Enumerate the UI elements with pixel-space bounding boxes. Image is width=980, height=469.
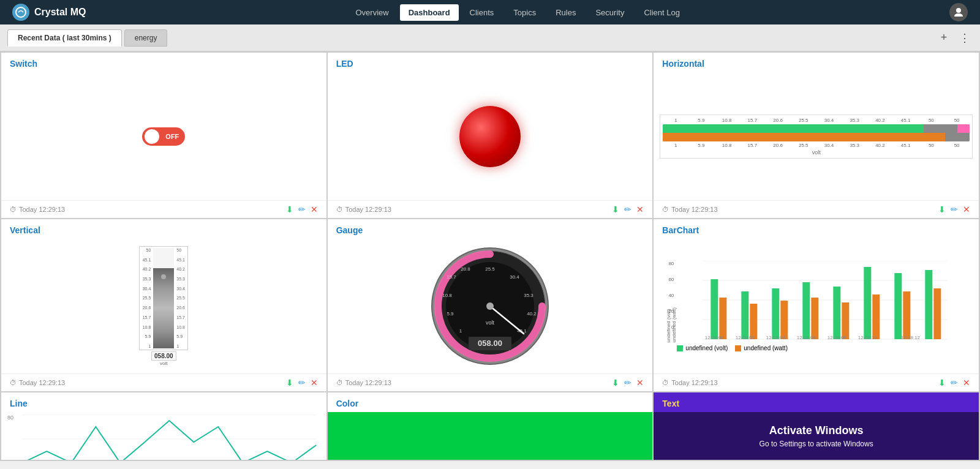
- v-bar-marker: [161, 274, 166, 279]
- download-icon[interactable]: ⬇: [938, 204, 946, 214]
- download-icon[interactable]: ⬇: [612, 378, 619, 388]
- svg-rect-36: [842, 302, 850, 339]
- nav-overview[interactable]: Overview: [347, 4, 398, 21]
- vertical-title: Vertical: [1, 219, 326, 239]
- gauge-body: 25.5 30.4 35.3 40.2 45.1 20.8 15.7 10.8 …: [328, 239, 653, 373]
- clock-icon: ⏱: [336, 379, 343, 386]
- led-footer: ⏱ Today 12:29:13 ⬇ ✏ ✕: [328, 200, 653, 218]
- download-icon[interactable]: ⬇: [286, 378, 293, 388]
- download-icon[interactable]: ⬇: [938, 378, 946, 388]
- svg-text:40.2: 40.2: [527, 311, 537, 317]
- delete-icon[interactable]: ✕: [963, 204, 970, 214]
- led-body: [328, 72, 653, 200]
- delete-icon[interactable]: ✕: [311, 204, 318, 214]
- barchart-timestamp: ⏱ Today 12:29:13: [662, 379, 717, 386]
- horizontal-timestamp: ⏱ Today 12:29:13: [662, 206, 717, 213]
- nav-dashboard[interactable]: Dashboard: [400, 4, 459, 21]
- h-bar-green: [663, 124, 924, 133]
- legend-watt-color: [735, 345, 741, 351]
- edit-icon[interactable]: ✏: [624, 378, 631, 388]
- header: Crystal MQ Overview Dashboard Clients To…: [0, 0, 980, 24]
- gauge-actions: ⬇ ✏ ✕: [612, 378, 644, 388]
- bottom-row: Line 80 Color Text: [0, 392, 980, 461]
- legend-volt-label: undefined (volt): [685, 345, 728, 351]
- svg-text:12:28:08: 12:28:08: [827, 335, 847, 340]
- text-body: Activate Windows Go to Settings to activ…: [654, 412, 979, 460]
- edit-icon[interactable]: ✏: [624, 204, 631, 214]
- edit-icon[interactable]: ✏: [951, 378, 958, 388]
- led-title: LED: [328, 53, 653, 72]
- svg-rect-39: [895, 273, 902, 339]
- line-y-label: 80: [7, 415, 13, 421]
- nav-security[interactable]: Security: [587, 4, 633, 21]
- tab-recent-data[interactable]: Recent Data ( last 30mins ): [7, 29, 122, 47]
- svg-text:12:28:10: 12:28:10: [858, 335, 878, 340]
- more-options-button[interactable]: ⋮: [957, 30, 973, 46]
- h-bar-orange: [663, 133, 945, 141]
- svg-point-0: [16, 7, 26, 17]
- nav-clients[interactable]: Clients: [461, 4, 503, 21]
- barchart-svg: 12:28:00 12:28:02 12:28:04 12:28:06 12:2…: [676, 261, 974, 340]
- vertical-chart-wrap: 50 45.1 40.2 35.3 30.4 25.5 20.6 15.7 10…: [139, 246, 188, 366]
- tabbar-actions: + ⋮: [936, 30, 973, 46]
- svg-rect-37: [864, 267, 872, 339]
- v-bar-fill: [153, 268, 174, 348]
- svg-text:35.3: 35.3: [524, 293, 533, 298]
- download-icon[interactable]: ⬇: [612, 204, 619, 214]
- switch-timestamp: ⏱ Today 12:29:13: [10, 206, 65, 213]
- h-bar-pink: [957, 124, 970, 133]
- gauge-title: Gauge: [328, 219, 653, 239]
- delete-icon[interactable]: ✕: [636, 378, 644, 388]
- gauge-timestamp: ⏱ Today 12:29:13: [336, 379, 391, 386]
- svg-rect-30: [750, 304, 758, 339]
- tab-energy[interactable]: energy: [124, 29, 168, 47]
- gauge-widget: Gauge 25.5 30.4 35.3 40.2 45.1: [328, 219, 653, 391]
- svg-rect-34: [812, 298, 819, 339]
- overlay-sub: Go to Settings to activate Windows: [760, 440, 873, 448]
- toggle-switch[interactable]: OFF: [142, 127, 185, 146]
- tabbar: Recent Data ( last 30mins ) energy + ⋮: [0, 24, 980, 51]
- edit-icon[interactable]: ✏: [298, 378, 306, 388]
- svg-text:30.4: 30.4: [510, 274, 519, 280]
- svg-rect-29: [742, 291, 749, 339]
- horizontal-chart: 1 5.9 10.8 15.7 20.6 25.5 30.4 35.3 40.2…: [660, 114, 973, 159]
- download-icon[interactable]: ⬇: [286, 204, 293, 214]
- vertical-body: 50 45.1 40.2 35.3 30.4 25.5 20.6 15.7 10…: [1, 239, 326, 373]
- color-title: Color: [328, 392, 653, 412]
- nav-clientlog[interactable]: Client Log: [635, 4, 688, 21]
- svg-rect-33: [803, 282, 810, 339]
- barchart-legend: undefined (volt) undefined (watt): [658, 345, 788, 351]
- svg-text:20.8: 20.8: [461, 266, 470, 272]
- delete-icon[interactable]: ✕: [311, 378, 318, 388]
- add-widget-button[interactable]: +: [936, 30, 952, 46]
- svg-text:10.8: 10.8: [442, 293, 452, 298]
- line-title: Line: [1, 392, 326, 412]
- vertical-footer: ⏱ Today 12:29:13 ⬇ ✏ ✕: [1, 373, 326, 391]
- vertical-timestamp: ⏱ Today 12:29:13: [10, 379, 65, 386]
- horizontal-body: 1 5.9 10.8 15.7 20.6 25.5 30.4 35.3 40.2…: [654, 72, 979, 200]
- overlay-title: Activate Windows: [769, 424, 864, 437]
- svg-text:12:28:02: 12:28:02: [736, 335, 755, 340]
- svg-text:058.00: 058.00: [478, 339, 502, 348]
- svg-text:12:28:04: 12:28:04: [766, 335, 786, 340]
- vertical-actions: ⬇ ✏ ✕: [286, 378, 318, 388]
- toggle-label: OFF: [165, 133, 179, 140]
- nav-topics[interactable]: Topics: [505, 4, 545, 21]
- svg-rect-28: [720, 298, 727, 339]
- delete-icon[interactable]: ✕: [963, 378, 970, 388]
- edit-icon[interactable]: ✏: [951, 204, 958, 214]
- switch-title: Switch: [1, 53, 326, 72]
- delete-icon[interactable]: ✕: [636, 204, 644, 214]
- nav-rules[interactable]: Rules: [547, 4, 584, 21]
- edit-icon[interactable]: ✏: [298, 204, 306, 214]
- color-body: [328, 412, 653, 460]
- clock-icon: ⏱: [10, 206, 17, 213]
- svg-text:12:28:06: 12:28:06: [797, 335, 816, 340]
- vertical-unit: volt: [160, 361, 167, 366]
- horizontal-title: Horizontal: [654, 53, 979, 72]
- h-chart-bar: [663, 124, 970, 141]
- user-avatar[interactable]: [949, 3, 968, 21]
- svg-point-18: [486, 302, 494, 310]
- logo-text: Crystal MQ: [34, 7, 86, 18]
- legend-watt-label: undefined (watt): [744, 345, 788, 351]
